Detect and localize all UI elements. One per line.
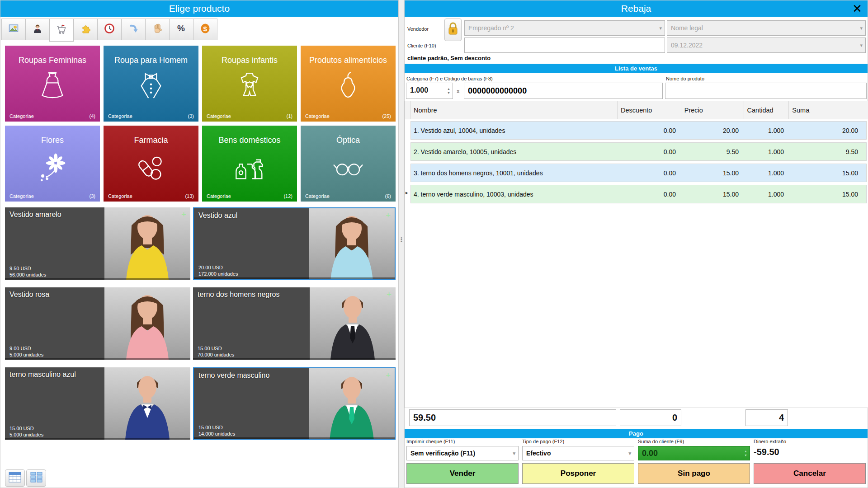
column-header-cantidad[interactable]: Cantidad — [744, 101, 789, 119]
product-photo — [104, 207, 190, 280]
product-stock: 5.000 unidades — [9, 432, 43, 437]
product-price: 20.00 USD — [198, 265, 223, 270]
cell-precio: 15.00 — [679, 191, 742, 198]
money-tab-button[interactable]: $ — [193, 19, 217, 40]
cell-suma: 9.50 — [788, 148, 862, 155]
product-price: 9.00 USD — [9, 346, 31, 351]
sin-pago-button[interactable]: Sin pago — [638, 463, 750, 484]
category-tile-flores[interactable]: Flores Categoriae (3) — [5, 126, 100, 202]
product-tile-vestido-amarelo[interactable]: Vestido amarelo + 9.50 USD 56.000 unidad… — [5, 207, 190, 280]
category-tile-produtos-alimenticios[interactable]: Produtos alimentícios Categoriae (25) — [301, 46, 396, 122]
lock-button[interactable] — [444, 19, 462, 41]
category-name: Produtos alimentícios — [301, 56, 396, 65]
spinner-arrows-icon[interactable]: ▲▼ — [446, 84, 452, 98]
person-tab-button[interactable] — [25, 19, 50, 40]
tuxedo-icon — [104, 69, 198, 102]
lock-icon — [447, 22, 459, 38]
date-select[interactable]: 09.12.2022 ▾ — [667, 38, 866, 53]
row-indicator-gutter — [405, 101, 410, 119]
category-tile-farmacia[interactable]: Farmacia Categoriae (13) — [104, 126, 198, 202]
pictures-tab-button[interactable] — [1, 19, 26, 40]
cliente-input[interactable] — [464, 38, 665, 53]
product-photo — [104, 367, 190, 440]
right-panel-title: Rebaja — [621, 3, 651, 14]
product-photo — [104, 287, 190, 360]
imprimir-cheque-value: Sem verificação (F11) — [410, 450, 475, 457]
posponer-button[interactable]: Posponer — [522, 463, 634, 484]
nome-produto-label: Nome do produto — [666, 76, 704, 81]
product-tile-terno-verde-masculino[interactable]: terno verde masculino + 15.00 USD 14.000… — [193, 367, 396, 440]
dinero-extrano-value: -59.50 — [754, 447, 779, 457]
product-stock: 14.000 unidades — [198, 431, 235, 436]
hold-tab-button[interactable] — [145, 19, 170, 40]
quantity-stepper[interactable]: 1.000 ▲▼ — [406, 83, 453, 99]
table-view-button[interactable] — [5, 469, 25, 487]
spinner-arrows-icon[interactable]: ▲▼ — [743, 447, 749, 459]
hand-icon — [152, 23, 163, 36]
suma-do-cliente-input[interactable]: 0.00 ▲▼ — [638, 446, 750, 460]
product-tile-terno-masculino-azul[interactable]: terno masculino azul 15.00 USD 5.000 uni… — [5, 367, 190, 440]
table-row[interactable]: 3. terno dos homens negros, 10001, unida… — [410, 164, 867, 182]
plugins-tab-button[interactable] — [73, 19, 98, 40]
category-count: (3) — [188, 113, 194, 119]
product-price: 15.00 USD — [198, 425, 223, 430]
close-button[interactable]: ✕ — [852, 1, 862, 16]
nome-produto-input[interactable] — [665, 83, 867, 99]
add-product-plus-icon[interactable]: + — [181, 210, 186, 220]
vendedor-select[interactable]: Empregado nº 2 ▾ — [464, 20, 665, 36]
tipo-de-pago-select[interactable]: Efectivo ▾ — [522, 446, 634, 460]
toolbar: % $ — [1, 19, 217, 41]
history-tab-button[interactable] — [97, 19, 122, 40]
table-row[interactable]: 1. Vestido azul, 10004, unidades 0.00 20… — [410, 121, 867, 140]
product-tile-vestido-rosa[interactable]: Vestido rosa 9.00 USD 5.000 unidades — [5, 287, 190, 360]
left-panel-title: Elige producto — [169, 3, 230, 14]
discount-tab-button[interactable]: % — [169, 19, 193, 40]
nome-legal-select[interactable]: Nome legal ▾ — [667, 20, 866, 36]
column-header-precio[interactable]: Precio — [681, 101, 744, 119]
category-tile-bens-domesticos[interactable]: Bens domésticos Categoriae (12) — [202, 126, 297, 202]
product-photo — [309, 208, 395, 279]
tile-view-button[interactable] — [26, 469, 46, 487]
total-sum-box: 59.50 — [409, 409, 616, 426]
product-photo — [309, 368, 395, 439]
cell-descuento: 0.00 — [616, 127, 679, 134]
svg-text:$: $ — [203, 25, 208, 33]
returns-tab-button[interactable] — [121, 19, 146, 40]
barcode-input[interactable] — [464, 83, 663, 99]
cell-precio: 9.50 — [679, 148, 742, 155]
column-header-suma[interactable]: Suma — [789, 101, 868, 119]
panel-splitter[interactable]: ••• — [399, 0, 404, 488]
vender-button[interactable]: Vender — [406, 463, 519, 484]
add-product-plus-icon[interactable]: + — [387, 290, 392, 300]
add-product-plus-icon[interactable]: + — [386, 211, 391, 221]
category-tile-roupas-infantis[interactable]: Roupas infantis Categoriae (1) — [202, 46, 297, 122]
cancelar-button[interactable]: Cancelar — [754, 463, 866, 484]
add-product-plus-icon[interactable]: + — [386, 371, 391, 380]
table-row[interactable]: 2. Vestido amarelo, 10005, unidades 0.00… — [410, 142, 867, 161]
category-count: (3) — [90, 193, 95, 199]
table-view-icon — [8, 471, 22, 485]
product-selection-panel: Elige producto — [0, 0, 399, 488]
sin-pago-button-label: Sin pago — [678, 469, 710, 478]
product-name: terno masculino azul — [9, 371, 76, 379]
column-header-descuento[interactable]: Descuento — [618, 101, 681, 119]
product-price: 15.00 USD — [198, 346, 222, 351]
column-header-nombre[interactable]: Nombre — [410, 101, 618, 119]
date-value: 09.12.2022 — [671, 42, 703, 49]
product-tile-terno-dos-homens-negros[interactable]: terno dos homens negros + 15.00 USD 70.0… — [193, 287, 396, 360]
pictures-icon — [8, 23, 19, 36]
category-tile-optica[interactable]: Óptica Categoriae (6) — [301, 126, 396, 202]
total-discount-box: 0 — [620, 409, 681, 426]
product-tile-vestido-azul[interactable]: Vestido azul + 20.00 USD 172.000 unidade… — [193, 207, 396, 280]
baby-onesie-icon — [202, 69, 297, 102]
dinero-extrano-label: Dinero extraño — [754, 439, 786, 444]
category-name: Roupas Femininas — [5, 56, 100, 65]
product-price: 9.50 USD — [9, 266, 31, 271]
product-name: terno verde masculino — [198, 371, 269, 380]
suma-do-cliente-value: 0.00 — [642, 449, 658, 458]
cart-tab-button[interactable] — [49, 19, 74, 42]
imprimir-cheque-select[interactable]: Sem verificação (F11) ▾ — [406, 446, 519, 460]
table-row[interactable]: 4. terno verde masculino, 10003, unidade… — [410, 185, 867, 203]
category-tile-roupas-femininas[interactable]: Roupas Femininas Categoriae (4) — [5, 46, 100, 122]
category-tile-roupa-para-homem[interactable]: Roupa para Homem Categoriae (3) — [104, 46, 198, 122]
